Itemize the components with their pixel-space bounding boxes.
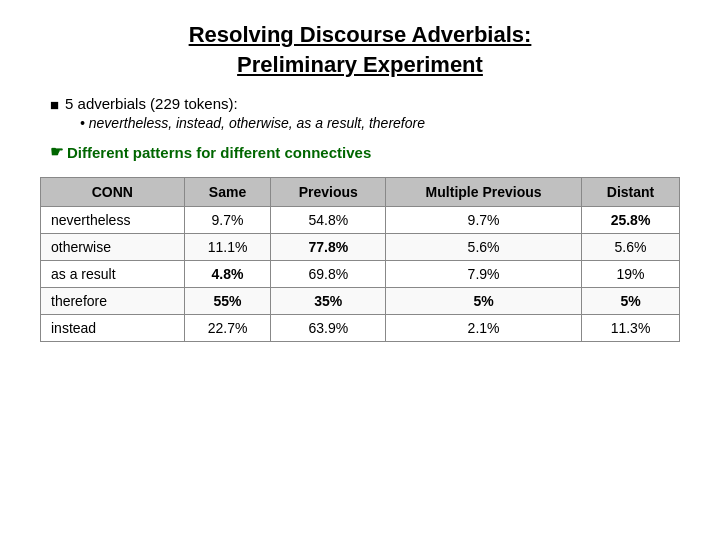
table-row: otherwise11.1%77.8%5.6%5.6% — [41, 234, 680, 261]
title-line2: Preliminary Experiment — [237, 52, 483, 77]
table-cell: 11.3% — [582, 315, 680, 342]
table-cell: 5% — [386, 288, 582, 315]
col-header-multiple-previous: Multiple Previous — [386, 178, 582, 207]
table-cell: 54.8% — [271, 207, 386, 234]
table-cell: 55% — [184, 288, 271, 315]
table-cell: 5% — [582, 288, 680, 315]
table-row: instead22.7%63.9%2.1%11.3% — [41, 315, 680, 342]
table-cell: 25.8% — [582, 207, 680, 234]
main-container: Resolving Discourse Adverbials: Prelimin… — [0, 0, 720, 540]
table-cell: 5.6% — [386, 234, 582, 261]
table-cell: 19% — [582, 261, 680, 288]
table-cell-conn: instead — [41, 315, 185, 342]
table-row: as a result4.8%69.8%7.9%19% — [41, 261, 680, 288]
table-cell: 9.7% — [386, 207, 582, 234]
table-cell-conn: therefore — [41, 288, 185, 315]
title-line1: Resolving Discourse Adverbials: — [189, 22, 532, 47]
data-table: CONN Same Previous Multiple Previous Dis… — [40, 177, 680, 342]
bullet-section: ■ 5 adverbials (229 tokens): • neverthel… — [50, 95, 680, 131]
table-cell: 2.1% — [386, 315, 582, 342]
col-header-conn: CONN — [41, 178, 185, 207]
bullet-icon: ■ — [50, 96, 59, 113]
table-cell-conn: nevertheless — [41, 207, 185, 234]
table-cell: 77.8% — [271, 234, 386, 261]
pattern-note-text: Different patterns for different connect… — [67, 144, 371, 161]
table-cell: 35% — [271, 288, 386, 315]
finger-icon: ☛ — [50, 143, 63, 161]
table-cell: 9.7% — [184, 207, 271, 234]
table-cell: 7.9% — [386, 261, 582, 288]
table-cell: 4.8% — [184, 261, 271, 288]
table-cell-conn: otherwise — [41, 234, 185, 261]
table-cell: 11.1% — [184, 234, 271, 261]
table-header-row: CONN Same Previous Multiple Previous Dis… — [41, 178, 680, 207]
table-row: nevertheless9.7%54.8%9.7%25.8% — [41, 207, 680, 234]
col-header-distant: Distant — [582, 178, 680, 207]
table-cell: 5.6% — [582, 234, 680, 261]
table-row: therefore55%35%5%5% — [41, 288, 680, 315]
table-cell: 63.9% — [271, 315, 386, 342]
sub-bullet: • nevertheless, instead, otherwise, as a… — [80, 115, 680, 131]
table-cell: 69.8% — [271, 261, 386, 288]
page-title: Resolving Discourse Adverbials: Prelimin… — [40, 20, 680, 79]
table-cell-conn: as a result — [41, 261, 185, 288]
bullet-sub-text: nevertheless, instead, otherwise, as a r… — [89, 115, 425, 131]
pattern-note: ☛ Different patterns for different conne… — [50, 143, 680, 161]
col-header-same: Same — [184, 178, 271, 207]
main-bullet: ■ 5 adverbials (229 tokens): — [50, 95, 680, 113]
bullet-main-text: 5 adverbials (229 tokens): — [65, 95, 238, 112]
bullet-dot: • — [80, 115, 89, 131]
col-header-previous: Previous — [271, 178, 386, 207]
table-cell: 22.7% — [184, 315, 271, 342]
